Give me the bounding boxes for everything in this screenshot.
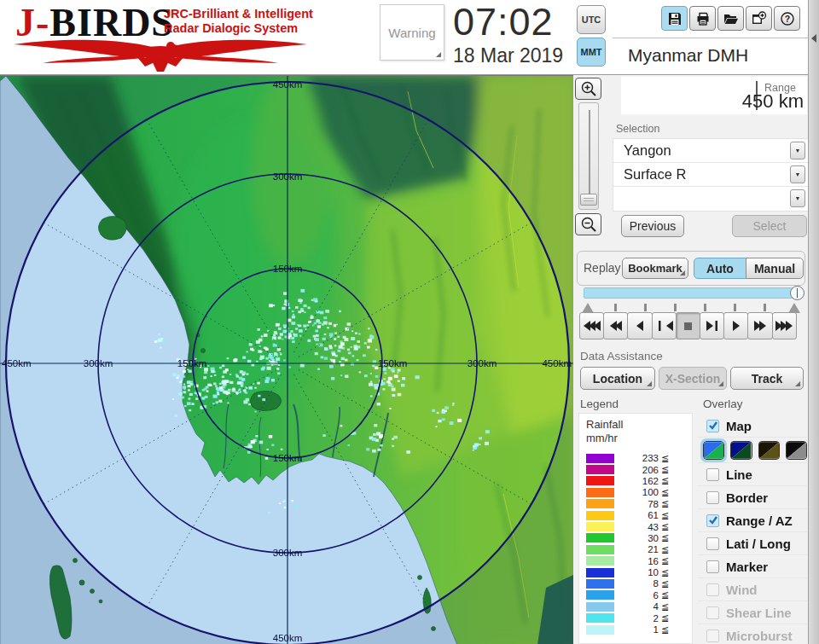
mmt-button[interactable]: MMT [577,38,606,67]
legend-row: 78 ≦ [579,498,692,509]
bookmark-menu-icon [680,270,685,276]
zoom-slider[interactable] [578,102,599,210]
replay-timeline-slider[interactable] [584,287,799,299]
legend-value: 1 [614,624,659,635]
legend-row: 6 ≦ [579,589,692,600]
map-style-swatch[interactable] [758,441,780,460]
overlay-item-line[interactable]: Line [698,463,807,486]
checkbox[interactable] [706,560,719,573]
legend-operator: ≦ [661,453,669,464]
playback-stop-button[interactable] [676,312,700,339]
collapse-panel-icon [811,34,816,43]
checkbox[interactable] [706,537,719,550]
manual-button[interactable]: Manual [746,258,804,279]
overlay-item-label: Border [726,490,768,505]
rew3-icon [582,320,602,332]
overlay-item-shear-line[interactable]: Shear Line [698,601,807,624]
control-panel: Range 450 km Selection Yangon ▼Surface R… [573,75,808,644]
ring-label: 300km [468,358,497,368]
playback-rew3-button[interactable] [579,312,604,339]
selection-dropdowns: Yangon ▼Surface R ▼ ▼ [613,138,809,212]
menu-corner-icon [718,381,723,386]
tick [764,304,766,311]
checkbox[interactable] [706,629,719,642]
legend-value: 43 [614,522,659,532]
dropdown-value: Yangon [613,142,671,159]
playback-play-button[interactable] [723,312,748,339]
overlay-item-range-az[interactable]: Range / AZ [698,509,807,532]
ring-label: 300km [84,358,113,368]
overlay-header: Overlay [703,397,743,410]
eagle-icon [9,34,312,73]
legend-box: Rainfall mm/hr 233 ≦ 206 ≦ 162 ≦ 100 ≦ 7… [578,413,693,644]
overlay-item-map[interactable]: Map [698,415,807,438]
checkbox[interactable] [706,606,719,619]
playback-stepfwd-button[interactable] [700,312,724,339]
open-folder-button[interactable] [717,6,744,31]
back-icon [630,320,650,332]
print-icon [695,11,711,26]
zoom-in-button[interactable] [575,78,601,100]
checkbox[interactable] [706,491,719,504]
checkbox[interactable] [706,514,719,527]
save-button[interactable] [661,6,688,31]
map-style-swatch[interactable] [703,441,724,460]
location-button[interactable]: Location [580,367,655,390]
checkbox[interactable] [706,420,719,432]
playback-back-button[interactable] [627,312,652,339]
warning-button[interactable]: Warning [380,4,444,61]
legend-color-swatch [586,545,614,554]
legend-value: 30 [614,533,659,543]
chevron-down-icon[interactable]: ▼ [790,189,805,207]
auto-button[interactable]: Auto [694,258,746,279]
replay-slider-handle[interactable] [790,286,804,300]
playback-fwd2-button[interactable] [747,312,772,339]
checkbox[interactable] [706,468,719,481]
chevron-down-icon[interactable]: ▼ [790,165,805,183]
selection-dropdown-1[interactable]: Yangon ▼ [613,139,808,163]
overlay-item-lati-long[interactable]: Lati / Long [698,532,807,555]
zoom-slider-track [589,110,590,195]
tick [674,304,677,311]
print-button[interactable] [689,6,716,31]
map-style-swatch[interactable] [730,441,752,460]
zoom-slider-handle[interactable] [580,194,597,206]
legend-row: 30 ≦ [579,532,692,543]
legend-color-swatch [586,499,614,508]
panel-splitter[interactable] [808,0,819,644]
zoom-out-icon [580,216,597,233]
map-style-swatch[interactable] [786,441,807,460]
new-window-button[interactable] [746,6,772,31]
legend-color-swatch [586,590,614,600]
open-folder-icon [723,11,739,26]
bookmark-button[interactable]: Bookmark [622,258,688,279]
playback-rew2-button[interactable] [603,312,628,339]
playback-fwd3-button[interactable] [772,312,797,339]
button-label: Track [752,372,783,386]
select-button[interactable]: Select [732,215,807,237]
x-section-button[interactable]: X-Section [659,367,727,390]
fwd2-icon [750,320,770,332]
legend-operator: ≦ [661,612,669,624]
bookmark-label: Bookmark [628,262,682,275]
overlay-item-marker[interactable]: Marker [698,555,807,578]
legend-color-swatch [586,454,614,463]
checkbox[interactable] [706,583,719,596]
overlay-item-label: Line [726,467,752,482]
selection-dropdown-2[interactable]: Surface R ▼ [613,163,808,187]
overlay-item-wind[interactable]: Wind [698,578,807,601]
utc-button[interactable]: UTC [577,5,606,34]
jbirds-application-window: J-BIRDS JRC-Brilliant & Intelligent Rada… [0,0,819,644]
track-button[interactable]: Track [730,367,804,390]
overlay-item-microburst[interactable]: Microburst [698,624,807,644]
selection-dropdown-3[interactable]: ▼ [613,187,808,211]
legend-color-swatch [586,522,614,531]
help-button[interactable]: ? [774,6,800,31]
playback-stepback-button[interactable] [652,312,677,339]
zoom-out-button[interactable] [575,213,601,235]
overlay-item-border[interactable]: Border [698,486,807,509]
chevron-down-icon[interactable]: ▼ [790,142,805,160]
legend-color-swatch [586,625,614,635]
radar-map[interactable]: 450km300km150km150km300km450km450km300km… [0,75,573,644]
previous-button[interactable]: Previous [621,215,684,237]
